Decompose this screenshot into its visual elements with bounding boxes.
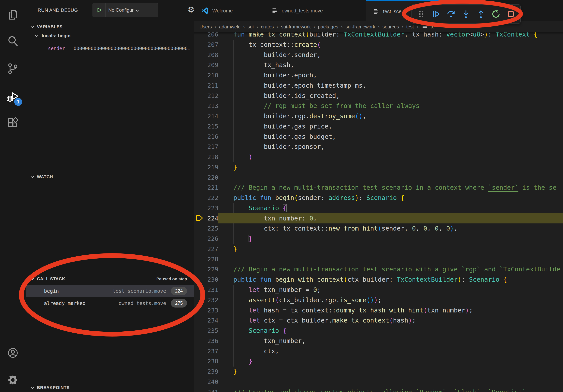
section-divider — [26, 381, 194, 381]
code-text: builder.gas_price, — [218, 121, 332, 131]
breadcrumb-item[interactable]: sui-framework — [345, 24, 375, 30]
code-text: builder.gas_budget, — [218, 131, 336, 142]
line-number[interactable]: 233 — [194, 305, 218, 315]
line-number[interactable]: 221 — [194, 182, 218, 193]
line-number[interactable]: 230 — [194, 274, 218, 285]
activity-bar-item-extensions-icon[interactable] — [0, 113, 26, 132]
line-number[interactable]: 214 — [194, 111, 218, 121]
file-list-icon — [421, 23, 428, 30]
activity-bar-item-account-icon[interactable] — [0, 343, 26, 362]
line-number[interactable]: 226 — [194, 234, 218, 244]
line-number[interactable]: 236 — [194, 336, 218, 346]
frame-function: already_marked — [44, 301, 86, 306]
line-number[interactable]: 219 — [194, 162, 218, 172]
call-stack-frame-begin[interactable]: begin test_scenario.move 224 — [26, 285, 194, 297]
step-over-icon[interactable] — [443, 6, 459, 23]
breadcrumb-item[interactable]: packages — [318, 24, 338, 30]
line-number[interactable]: 229 — [194, 264, 218, 274]
activity-bar-item-source-control-icon[interactable] — [0, 59, 26, 78]
restart-icon[interactable] — [488, 6, 503, 23]
line-number[interactable]: 231 — [194, 285, 218, 295]
line-number[interactable]: 220 — [194, 172, 218, 183]
line-number[interactable]: 210 — [194, 70, 218, 80]
breadcrumb-item[interactable]: test — [406, 24, 414, 30]
activity-bar-item-search-icon[interactable] — [0, 32, 26, 51]
line-number[interactable]: 228 — [194, 254, 218, 264]
frame-line-badge: 224 — [171, 287, 187, 295]
breadcrumb-separator: › — [417, 24, 418, 30]
variables-scope-row[interactable]: locals: begin — [34, 33, 71, 39]
code-text: ctx: tx_context::new_from_hint(sender, 0… — [218, 223, 458, 234]
code-line-233: 233 let hash = tx_context::dummy_tx_hash… — [194, 305, 563, 315]
line-number[interactable]: 211 — [194, 80, 218, 91]
breadcrumb-separator: › — [243, 24, 245, 30]
line-number[interactable]: 207 — [194, 39, 218, 50]
line-number[interactable]: 234 — [194, 315, 218, 326]
tab-owned-tests-move[interactable]: owned_tests.move — [264, 0, 366, 21]
code-line-229: 229 /// Begin a new multi-transaction te… — [194, 264, 563, 274]
code-area[interactable]: 206 fun make_tx_context(builder: TxConte… — [194, 0, 563, 392]
line-number[interactable]: 227 — [194, 244, 218, 254]
line-number[interactable]: 235 — [194, 326, 218, 336]
debug-toolbar — [411, 4, 521, 24]
watch-section-header[interactable]: WATCH — [26, 170, 194, 183]
line-number[interactable]: 208 — [194, 50, 218, 60]
code-line-208: 208 builder.sender, — [194, 50, 563, 60]
vscode-window: 1 RUN AND DEBUG No Configur ⚙ ··· VARIAB… — [0, 0, 563, 392]
line-number[interactable]: 218 — [194, 152, 218, 162]
activity-bar-item-explorer-icon[interactable] — [0, 5, 26, 24]
breadcrumb-item[interactable]: sources — [383, 24, 399, 30]
line-number[interactable]: 215 — [194, 121, 218, 131]
step-into-icon[interactable] — [459, 6, 473, 23]
file-list-icon — [271, 7, 278, 14]
continue-icon[interactable] — [428, 6, 443, 23]
line-number[interactable]: 240 — [194, 377, 218, 387]
code-line-216: 216 builder.gas_budget, — [194, 131, 563, 142]
line-number[interactable]: 241 — [194, 387, 218, 392]
run-and-debug-sidebar: RUN AND DEBUG No Configur ⚙ ··· VARIABLE… — [26, 0, 194, 392]
breadcrumb-item[interactable]: Users — [199, 24, 212, 30]
line-number[interactable]: 223 — [194, 203, 218, 213]
code-line-238: 238 } — [194, 356, 563, 366]
code-text: } — [218, 244, 237, 254]
line-number[interactable]: 222 — [194, 193, 218, 203]
activity-bar-item-settings-icon[interactable] — [0, 370, 26, 390]
breadcrumb-item[interactable]: sui-framework — [281, 24, 311, 30]
call-stack-frame-already_marked[interactable]: already_marked owned_tests.move 275 — [26, 297, 194, 309]
line-number[interactable]: 238 — [194, 356, 218, 366]
code-line-234: 234 let ctx = ctx_builder.make_tx_contex… — [194, 315, 563, 326]
stop-icon[interactable] — [503, 6, 518, 23]
editor-group[interactable]: 206 fun make_tx_context(builder: TxConte… — [194, 0, 563, 392]
line-number[interactable]: 239 — [194, 366, 218, 377]
scroll-shadow — [194, 32, 563, 35]
start-debug-icon[interactable] — [93, 3, 105, 17]
call-stack-section-header[interactable]: CALL STACK Paused on step — [26, 273, 194, 285]
line-number[interactable]: 216 — [194, 131, 218, 142]
code-line-226: 226 } — [194, 234, 563, 244]
line-number[interactable]: 212 — [194, 91, 218, 101]
line-number[interactable]: 217 — [194, 142, 218, 152]
code-text: } — [218, 162, 237, 172]
debug-config-dropdown[interactable]: No Configur — [92, 3, 158, 17]
variables-section-header[interactable]: VARIABLES — [26, 21, 194, 33]
code-line-213: 213 // rgp must be set from the caller a… — [194, 101, 563, 111]
breadcrumb-item[interactable]: crates — [261, 24, 274, 30]
breadcrumb-item[interactable]: sui — [248, 24, 254, 30]
debug-settings-gear-icon[interactable]: ⚙ — [188, 5, 195, 14]
line-number[interactable]: 209 — [194, 60, 218, 70]
breadcrumb-file[interactable]: te — [421, 23, 435, 30]
line-number[interactable]: 225 — [194, 223, 218, 234]
line-number[interactable]: 237 — [194, 346, 218, 356]
breakpoints-section-header[interactable]: BREAKPOINTS — [26, 381, 194, 392]
code-line-228: 228 — [194, 254, 563, 264]
breadcrumb-item[interactable]: adamwelc — [219, 24, 240, 30]
code-line-218: 218 ) — [194, 152, 563, 162]
tab-welcome[interactable]: Welcome — [194, 0, 265, 21]
step-out-icon[interactable] — [473, 6, 488, 23]
line-number[interactable]: 232 — [194, 295, 218, 305]
code-line-220: 220 — [194, 172, 563, 183]
line-number[interactable]: 213 — [194, 101, 218, 111]
variable-sender-row[interactable]: sender = 0000000000000000000000000000000… — [48, 46, 190, 51]
activity-bar-item-run-and-debug-icon[interactable]: 1 — [0, 87, 26, 106]
gripper-icon[interactable] — [413, 6, 428, 23]
